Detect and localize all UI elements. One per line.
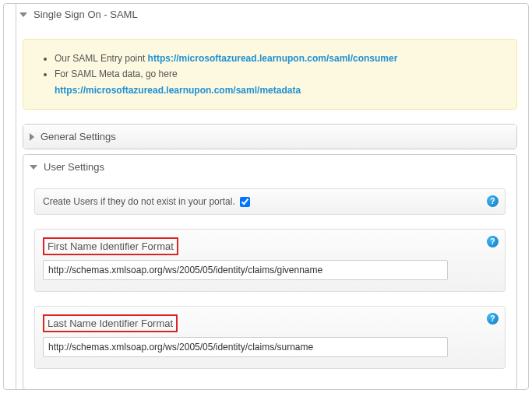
info-banner: Our SAML Entry point https://microsoftaz… <box>23 39 517 110</box>
banner-line-1-text: Our SAML Entry point <box>55 53 148 64</box>
user-settings-title: User Settings <box>44 161 104 173</box>
create-users-panel: Create Users if they do not exist in you… <box>34 188 506 215</box>
create-users-label: Create Users if they do not exist in you… <box>43 196 235 207</box>
sso-saml-header[interactable]: Single Sign On - SAML <box>16 4 523 25</box>
saml-entry-link[interactable]: https://microsoftazuread.learnupon.com/s… <box>148 53 398 64</box>
first-name-label: First Name Identifier Format <box>43 237 178 255</box>
sso-saml-title: Single Sign On - SAML <box>33 9 138 20</box>
last-name-input[interactable] <box>43 337 448 357</box>
last-name-label: Last Name Identifier Format <box>43 314 178 332</box>
first-name-input[interactable] <box>43 260 448 280</box>
left-rail <box>4 4 16 390</box>
user-settings-header[interactable]: User Settings <box>23 155 516 179</box>
general-settings-header[interactable]: General Settings <box>23 125 516 149</box>
create-users-checkbox[interactable] <box>240 197 250 207</box>
banner-line-1: Our SAML Entry point https://microsoftaz… <box>55 51 502 66</box>
help-icon[interactable]: ? <box>487 313 499 325</box>
saml-metadata-link[interactable]: https://microsoftazuread.learnupon.com/s… <box>55 85 301 96</box>
banner-line-2: For SAML Meta data, go here https://micr… <box>55 66 502 98</box>
first-name-panel: First Name Identifier Format ? <box>34 229 506 292</box>
chevron-down-icon <box>30 165 37 170</box>
user-settings-accordion: User Settings Create Users if they do no… <box>23 154 517 390</box>
last-name-panel: Last Name Identifier Format ? <box>34 306 506 369</box>
help-icon[interactable]: ? <box>487 236 499 247</box>
general-settings-title: General Settings <box>41 131 116 142</box>
settings-panel: Single Sign On - SAML Our SAML Entry poi… <box>3 3 529 390</box>
chevron-down-icon <box>19 12 27 17</box>
general-settings-accordion: General Settings <box>23 124 517 149</box>
banner-line-2-text: For SAML Meta data, go here <box>55 68 178 79</box>
user-settings-body: Create Users if they do not exist in you… <box>23 179 516 389</box>
chevron-right-icon <box>30 133 34 141</box>
